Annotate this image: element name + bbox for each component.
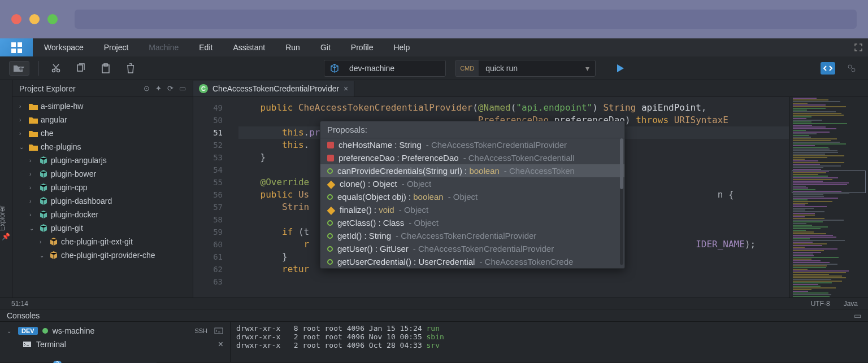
ssh-icon[interactable] (214, 327, 223, 334)
grid-icon (11, 42, 22, 53)
consoles-title: Consoles (7, 311, 40, 320)
cut-button[interactable] (48, 60, 64, 76)
override-icon: ◆ (327, 206, 335, 214)
file-language[interactable]: Java (844, 300, 858, 308)
pkg-icon (38, 224, 49, 233)
menu-item-git[interactable]: Git (320, 43, 331, 52)
pkg-icon (38, 156, 49, 165)
method-icon (327, 259, 333, 265)
tree-item[interactable]: ›plugin-docker (12, 208, 193, 221)
line-gutter: 495051525354555657585960616263 (193, 97, 233, 298)
traffic-lights (11, 14, 58, 24)
autocomplete-item[interactable]: cheHostName : String - CheAccessTokenCre… (320, 138, 624, 151)
method-icon (327, 220, 333, 226)
sidebar-tab-explorer[interactable]: Explorer (0, 205, 6, 231)
autocomplete-item[interactable]: canProvideCredentials(String url) : bool… (320, 164, 624, 177)
paste-button[interactable] (98, 60, 114, 76)
delete-button[interactable] (123, 60, 138, 76)
terminal-icon (23, 341, 32, 348)
pin-icon[interactable]: 📌 (2, 233, 10, 240)
tree-item[interactable]: ›a-simple-hw (12, 99, 193, 113)
outputs-badge: 3 (53, 361, 62, 363)
new-file-button[interactable] (9, 61, 29, 76)
menu-item-profile[interactable]: Profile (351, 43, 374, 52)
cube-icon (324, 63, 345, 73)
menu-item-edit[interactable]: Edit (199, 43, 212, 52)
collapse-icon[interactable]: ✦ (155, 84, 162, 93)
autocomplete-item[interactable]: getClass() : Class - Object (320, 216, 624, 229)
tree-item[interactable]: ⌄che-plugin-git-provider-che (12, 248, 193, 262)
pkg-icon (38, 183, 49, 192)
tree-item[interactable]: ⌄plugin-git (12, 221, 193, 235)
code-view-icon[interactable] (821, 62, 835, 75)
menu-item-machine[interactable]: Machine (149, 43, 179, 52)
sidebar-tab-strip: Explorer 📌 (0, 80, 12, 298)
app-logo[interactable] (0, 38, 33, 56)
machine-selector[interactable]: dev-machine (324, 60, 446, 77)
copy-button[interactable] (73, 60, 89, 76)
maximize-window-button[interactable] (47, 14, 58, 24)
override-icon: ◆ (327, 180, 335, 188)
tree-item[interactable]: ›angular (12, 113, 193, 126)
terminal-output[interactable]: drwxr-xr-x 8 root root 4096 Jan 15 15:24… (231, 322, 868, 362)
menu-item-assistant[interactable]: Assistant (233, 43, 265, 52)
fullscreen-icon[interactable] (854, 43, 862, 51)
menu-item-project[interactable]: Project (104, 43, 129, 52)
method-icon (327, 233, 333, 239)
svg-rect-2 (77, 65, 83, 71)
settings-icon[interactable] (844, 62, 859, 75)
tree-item[interactable]: ›plugin-cpp (12, 181, 193, 194)
consoles-panel: Consoles ▭ ⌄ DEV ws-machine SSH Terminal… (0, 309, 868, 362)
menu-item-help[interactable]: Help (393, 43, 410, 52)
svg-rect-8 (23, 342, 31, 347)
minimap[interactable] (789, 97, 868, 298)
folder-icon (28, 116, 38, 124)
tree-item[interactable]: ⌄che-plugins (12, 140, 193, 154)
field-icon (327, 155, 334, 161)
autocomplete-item[interactable]: preferenceDao : PreferenceDao - CheAcces… (320, 151, 624, 164)
editor-tab[interactable]: C CheAccessTokenCredentialProvider × (193, 81, 354, 97)
command-selector[interactable]: CMD quick run ▾ (455, 60, 596, 77)
tree-item[interactable]: ›plugin-dashboard (12, 194, 193, 208)
terminal-label: Terminal (36, 340, 66, 349)
autocomplete-item[interactable]: equals(Object obj) : boolean - Object (320, 190, 624, 203)
autocomplete-popup: Proposals: cheHostName : String - CheAcc… (320, 121, 625, 269)
close-terminal-icon[interactable]: × (218, 339, 223, 349)
minimize-window-button[interactable] (29, 14, 40, 24)
folder-icon (28, 143, 38, 151)
autocomplete-item[interactable]: getId() : String - CheAccessTokenCredent… (320, 229, 624, 242)
browser-address-bar[interactable] (75, 10, 857, 29)
autocomplete-item[interactable]: ◆clone() : Object - Object (320, 177, 624, 190)
autocomplete-item[interactable]: getUser() : GitUser - CheAccessTokenCred… (320, 242, 624, 255)
file-encoding[interactable]: UTF-8 (811, 300, 830, 308)
minimap-viewport[interactable] (792, 170, 866, 193)
refresh-icon[interactable]: ⟳ (167, 84, 173, 93)
autocomplete-item[interactable]: ◆finalize() : void - Object (320, 203, 624, 216)
class-icon: C (199, 84, 208, 93)
run-button[interactable] (615, 63, 625, 73)
ssh-label[interactable]: SSH (194, 327, 207, 334)
console-machine-row[interactable]: ⌄ DEV ws-machine SSH (0, 324, 230, 338)
autocomplete-item[interactable]: getUserCredential() : UserCredential - C… (320, 255, 624, 268)
tree-item[interactable]: ›che (12, 126, 193, 140)
editor-status-bar: 51:14 UTF-8 Java (0, 298, 868, 309)
close-window-button[interactable] (11, 14, 21, 24)
locate-icon[interactable]: ⊙ (144, 84, 150, 93)
tree-item[interactable]: ›che-plugin-git-ext-git (12, 235, 193, 248)
machine-name: ws-machine (53, 326, 95, 335)
menu-item-run[interactable]: Run (285, 43, 300, 52)
folder-icon (28, 103, 38, 110)
close-icon[interactable]: × (344, 84, 348, 93)
menu-item-workspace[interactable]: Workspace (44, 43, 84, 52)
tree-item[interactable]: ›plugin-angularjs (12, 154, 193, 167)
tree-item[interactable]: ›plugin-bower (12, 167, 193, 181)
terminal-row[interactable]: Terminal × (0, 338, 230, 351)
cmd-label: quick run (479, 64, 580, 73)
status-dot-icon (42, 328, 48, 334)
minimize-consoles-icon[interactable]: ▭ (854, 311, 861, 320)
svg-rect-7 (215, 328, 223, 334)
popup-scrollbar[interactable] (620, 138, 623, 265)
minimize-panel-icon[interactable]: ▭ (179, 84, 186, 93)
field-icon (327, 142, 334, 148)
editor-tabs: C CheAccessTokenCredentialProvider × (193, 80, 868, 97)
